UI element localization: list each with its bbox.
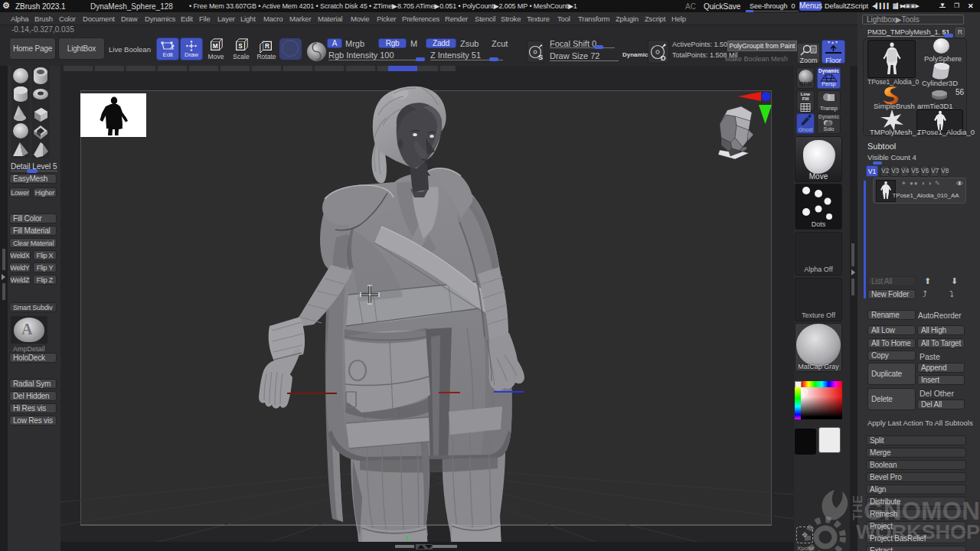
svg-text:D: D [661,54,666,62]
svg-text:R: R [265,43,270,50]
svg-text:M: M [213,43,218,50]
svg-text:S: S [538,54,543,61]
svg-text:S: S [238,43,243,50]
